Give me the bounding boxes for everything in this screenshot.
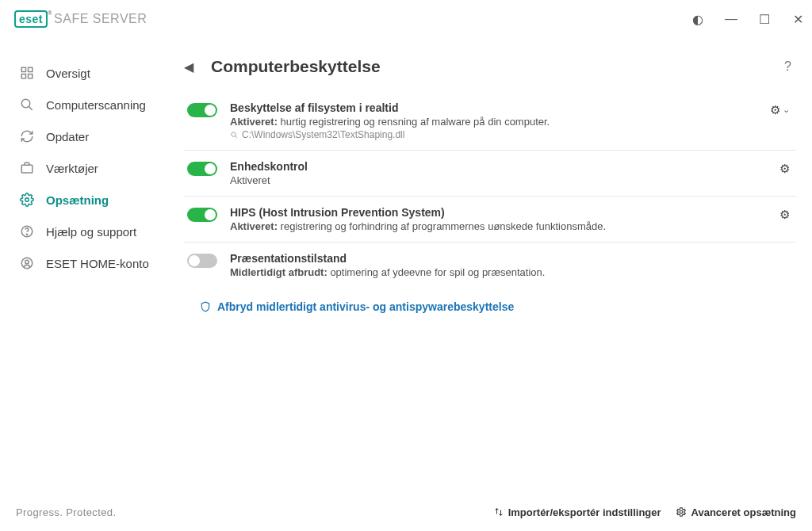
eset-badge-icon: eset xyxy=(14,10,48,28)
toggle-hips[interactable] xyxy=(187,208,217,222)
contrast-icon[interactable]: ◐ xyxy=(691,12,704,27)
title-bar: eset SAFE SERVER ◐ — ☐ ✕ xyxy=(0,0,812,38)
settings-gear-realtime[interactable]: ⚙ xyxy=(764,101,791,117)
import-export-label: Importér/eksportér indstillinger xyxy=(508,506,661,518)
svg-point-9 xyxy=(26,234,27,235)
row-subtitle: Aktiveret xyxy=(230,174,760,186)
setting-row-hips: HIPS (Host Intrusion Prevention System) … xyxy=(184,197,796,243)
footer-slogan: Progress. Protected. xyxy=(16,506,117,518)
svg-point-14 xyxy=(680,510,683,514)
sidebar-item-label: Oversigt xyxy=(46,67,90,80)
row-scanpath: C:\Windows\System32\TextShaping.dll xyxy=(230,129,751,140)
sidebar-item-label: Hjælp og support xyxy=(46,225,136,239)
search-icon xyxy=(19,97,35,113)
brand-block: eset SAFE SERVER xyxy=(14,10,147,28)
sidebar-item-label: Værktøjer xyxy=(46,162,98,175)
context-help-button[interactable]: ? xyxy=(784,59,796,74)
sidebar-item-setup[interactable]: Opsætning xyxy=(0,184,184,216)
sidebar-item-help[interactable]: Hjælp og support xyxy=(0,216,184,247)
setting-row-realtime: Beskyttelse af filsystem i realtid Aktiv… xyxy=(184,92,796,151)
magnifier-icon xyxy=(230,131,239,139)
minimize-button[interactable]: — xyxy=(725,12,737,26)
pause-protection-row: Afbryd midlertidigt antivirus- og antisp… xyxy=(184,288,796,319)
help-icon xyxy=(19,223,35,239)
sidebar-item-scan[interactable]: Computerscanning xyxy=(0,89,184,120)
svg-rect-0 xyxy=(21,67,25,71)
sidebar: Oversigt Computerscanning Opdater Værktø… xyxy=(0,38,184,493)
svg-rect-2 xyxy=(21,74,25,78)
gear-icon xyxy=(19,192,35,208)
sidebar-item-overview[interactable]: Oversigt xyxy=(0,57,184,89)
row-title: Beskyttelse af filsystem i realtid xyxy=(230,101,751,114)
row-title: Præsentationstilstand xyxy=(230,252,791,265)
back-button[interactable]: ◀ xyxy=(184,59,200,74)
row-subtitle: Midlertidigt afbrudt: optimering af ydee… xyxy=(230,266,791,278)
sidebar-item-label: Computerscanning xyxy=(46,98,146,112)
sidebar-item-label: Opdater xyxy=(46,130,89,143)
advanced-setup-label: Avanceret opsætning xyxy=(691,506,796,518)
window-controls: ◐ — ☐ ✕ xyxy=(691,12,804,27)
sidebar-item-label: ESET HOME-konto xyxy=(46,257,149,270)
transfer-icon xyxy=(494,506,504,518)
settings-gear-hips[interactable]: ⚙ xyxy=(773,206,791,222)
footer: Progress. Protected. Importér/eksportér … xyxy=(0,493,812,531)
gear-icon xyxy=(676,506,687,518)
pause-protection-label: Afbryd midlertidigt antivirus- og antisp… xyxy=(217,300,514,313)
sidebar-item-update[interactable]: Opdater xyxy=(0,120,184,152)
svg-rect-3 xyxy=(29,74,33,78)
sidebar-item-home-account[interactable]: ESET HOME-konto xyxy=(0,247,184,279)
import-export-button[interactable]: Importér/eksportér indstillinger xyxy=(494,506,661,518)
svg-line-5 xyxy=(29,106,33,110)
row-title: Enhedskontrol xyxy=(230,160,760,173)
user-icon xyxy=(19,255,35,271)
svg-point-11 xyxy=(25,260,29,264)
setting-row-device: Enhedskontrol Aktiveret ⚙ xyxy=(184,151,796,197)
refresh-icon xyxy=(19,128,35,144)
settings-gear-device[interactable]: ⚙ xyxy=(773,160,791,176)
row-subtitle: Aktiveret: hurtig registrering og rensni… xyxy=(230,116,751,128)
svg-point-7 xyxy=(25,198,29,202)
svg-line-13 xyxy=(236,136,238,138)
maximize-button[interactable]: ☐ xyxy=(758,12,771,27)
svg-rect-1 xyxy=(29,67,33,71)
svg-point-4 xyxy=(21,99,30,108)
page-title: Computerbeskyttelse xyxy=(211,57,381,76)
product-name: SAFE SERVER xyxy=(54,12,147,26)
dashboard-icon xyxy=(19,65,35,81)
sidebar-item-tools[interactable]: Værktøjer xyxy=(0,152,184,184)
page-header: ◀ Computerbeskyttelse ? xyxy=(184,57,796,92)
main-panel: ◀ Computerbeskyttelse ? Beskyttelse af f… xyxy=(184,38,812,493)
briefcase-icon xyxy=(19,160,35,176)
toggle-presentation[interactable] xyxy=(187,254,217,268)
toggle-device[interactable] xyxy=(187,162,217,176)
svg-point-12 xyxy=(232,132,236,136)
setting-row-presentation: Præsentationstilstand Midlertidigt afbru… xyxy=(184,243,796,288)
shield-icon xyxy=(200,300,211,313)
close-button[interactable]: ✕ xyxy=(791,12,804,27)
svg-rect-6 xyxy=(21,165,33,173)
toggle-realtime[interactable] xyxy=(187,103,217,117)
pause-protection-link[interactable]: Afbryd midlertidigt antivirus- og antisp… xyxy=(200,300,791,313)
row-title: HIPS (Host Intrusion Prevention System) xyxy=(230,206,760,219)
row-subtitle: Aktiveret: registrering og forhindring a… xyxy=(230,220,760,232)
sidebar-item-label: Opsætning xyxy=(46,193,109,207)
advanced-setup-button[interactable]: Avanceret opsætning xyxy=(676,506,796,518)
